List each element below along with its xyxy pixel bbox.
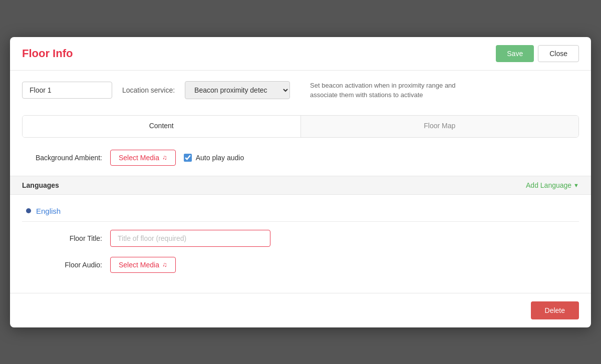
tabs-container: Content Floor Map [22, 115, 579, 138]
modal-footer: Delete [10, 293, 591, 327]
language-name: English [36, 207, 61, 215]
add-language-label: Add Language [526, 181, 571, 189]
delete-button[interactable]: Delete [531, 301, 579, 319]
modal: Floor Info Save Close Location service: … [10, 37, 591, 327]
modal-title: Floor Info [22, 47, 73, 60]
languages-section-header: Languages Add Language ▼ [10, 176, 591, 195]
languages-title: Languages [22, 181, 59, 189]
save-button[interactable]: Save [496, 45, 534, 62]
floor-audio-label: Floor Audio: [22, 261, 102, 269]
auto-play-label[interactable]: Auto play audio [196, 154, 244, 162]
language-dot [26, 208, 31, 213]
beacon-description: Set beacon activation when in proximity … [310, 81, 470, 100]
close-button[interactable]: Close [538, 45, 579, 62]
tab-floor-map[interactable]: Floor Map [301, 116, 579, 137]
modal-body: Location service: Beacon proximity detec… [10, 71, 591, 293]
auto-play-row: Auto play audio [184, 154, 244, 162]
chevron-down-icon: ▼ [573, 182, 579, 188]
floor-title-input[interactable] [110, 230, 270, 247]
floor-name-input[interactable] [22, 82, 112, 99]
modal-header: Floor Info Save Close [10, 37, 591, 71]
floor-audio-row: Floor Audio: Select Media ♫ [22, 257, 579, 273]
location-service-select[interactable]: Beacon proximity detec GPS None [185, 81, 290, 99]
floor-title-row: Floor Title: [22, 230, 579, 247]
select-media-button-ambient[interactable]: Select Media ♫ [110, 150, 176, 166]
background-ambient-row: Background Ambient: Select Media ♫ Auto … [22, 150, 579, 166]
background-ambient-label: Background Ambient: [22, 154, 102, 162]
select-media-button-audio[interactable]: Select Media ♫ [110, 257, 176, 273]
auto-play-checkbox[interactable] [184, 154, 192, 162]
modal-overlay: Floor Info Save Close Location service: … [0, 0, 601, 364]
select-media-label-audio: Select Media [119, 261, 159, 269]
top-row: Location service: Beacon proximity detec… [22, 81, 579, 100]
floor-title-label: Floor Title: [22, 234, 102, 242]
english-language-row[interactable]: English [22, 203, 579, 222]
add-language-button[interactable]: Add Language ▼ [526, 181, 579, 189]
music-icon-ambient: ♫ [162, 154, 167, 161]
music-icon-audio: ♫ [162, 261, 167, 268]
select-media-label-ambient: Select Media [119, 154, 159, 162]
location-service-label: Location service: [122, 86, 175, 94]
header-buttons: Save Close [496, 45, 579, 62]
tab-content[interactable]: Content [23, 116, 300, 137]
